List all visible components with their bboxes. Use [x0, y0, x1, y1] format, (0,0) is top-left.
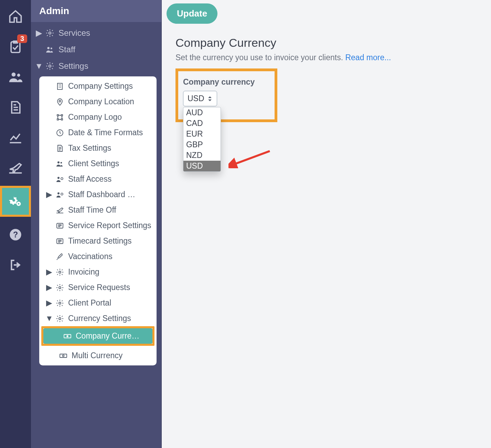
tree-label: Settings — [58, 61, 88, 71]
svg-point-22 — [61, 178, 63, 180]
currency-option[interactable]: CAD — [183, 118, 221, 129]
currency-option[interactable]: NZD — [183, 150, 221, 161]
logout-icon — [9, 258, 22, 272]
item-company-settings[interactable]: Company Settings — [39, 78, 157, 94]
svg-rect-12 — [57, 83, 62, 89]
nav-help[interactable]: ? — [5, 224, 26, 245]
svg-rect-33 — [60, 354, 67, 358]
currency-selected: USD — [188, 94, 204, 103]
main: Update Company Currency Set the currency… — [162, 0, 491, 448]
nav-reports[interactable] — [5, 127, 26, 148]
list-icon — [56, 222, 64, 230]
item-currency-settings[interactable]: ▼ Currency Settings — [39, 311, 157, 326]
tasks-badge: 3 — [17, 34, 27, 43]
item-label: Currency Settings — [68, 314, 131, 323]
svg-rect-15 — [61, 115, 63, 116]
sort-icon — [207, 95, 213, 102]
help-icon: ? — [9, 228, 22, 242]
svg-rect-16 — [57, 119, 58, 120]
item-company-currency[interactable]: Company Curren... — [43, 328, 152, 344]
svg-point-28 — [59, 287, 61, 289]
item-label: Client Settings — [68, 159, 119, 168]
svg-text:?: ? — [13, 230, 18, 239]
item-company-location[interactable]: Company Location — [39, 94, 157, 109]
item-client-settings[interactable]: Client Settings — [39, 156, 157, 171]
gear-icon — [45, 29, 54, 38]
item-date-time[interactable]: Date & Time Formats — [39, 125, 157, 140]
item-invoicing[interactable]: ▶ Invoicing — [39, 264, 157, 280]
page-subtitle: Set the currency you use to invoice your… — [175, 53, 477, 62]
item-multi-currency[interactable]: Multi Currency — [39, 348, 157, 363]
sidepanel: Admin ▶ Services Staff ▼ Settings Compan… — [31, 0, 162, 448]
item-timecard[interactable]: Timecard Settings — [39, 233, 157, 249]
item-tax-settings[interactable]: Tax Settings — [39, 140, 157, 156]
item-label: Company Location — [68, 97, 134, 106]
item-company-logo[interactable]: Company Logo — [39, 109, 157, 125]
item-label: Invoicing — [68, 267, 99, 277]
item-label: Company Curren... — [76, 331, 141, 341]
annotation-arrow — [228, 149, 273, 170]
svg-point-8 — [49, 32, 51, 34]
svg-point-32 — [67, 335, 68, 337]
syringe-icon — [56, 253, 64, 261]
svg-point-23 — [57, 192, 60, 194]
page-title: Company Currency — [175, 36, 477, 50]
tree-settings[interactable]: ▼ Settings — [31, 58, 161, 74]
money-bill-icon — [63, 332, 72, 340]
currency-select[interactable]: USD — [183, 91, 217, 106]
svg-rect-14 — [57, 115, 58, 116]
item-label: Multi Currency — [72, 351, 122, 360]
nav-logout[interactable] — [5, 255, 26, 275]
currency-option[interactable]: AUD — [183, 107, 221, 118]
item-staff-time-off[interactable]: Staff Time Off — [39, 202, 157, 218]
gear-icon — [45, 62, 54, 71]
nav-docs[interactable] — [5, 97, 26, 118]
svg-point-2 — [17, 74, 20, 77]
item-client-portal[interactable]: ▶ Client Portal — [39, 295, 157, 311]
gear-icon — [56, 299, 64, 307]
chart-line-icon — [8, 130, 23, 145]
svg-point-9 — [47, 47, 50, 49]
vector-square-icon — [56, 113, 64, 121]
svg-point-19 — [57, 161, 60, 163]
item-label: Staff Access — [68, 174, 111, 184]
caret-right-icon: ▶ — [36, 28, 41, 38]
building-icon — [56, 82, 64, 90]
users-cog-icon — [56, 191, 64, 199]
item-label: Date & Time Formats — [68, 128, 143, 137]
tree-staff[interactable]: Staff — [31, 41, 161, 58]
nav-tasks[interactable]: 3 — [5, 36, 26, 57]
currency-option[interactable]: EUR — [183, 129, 221, 139]
svg-point-20 — [61, 162, 62, 163]
svg-point-10 — [51, 47, 52, 49]
home-icon — [8, 9, 23, 24]
document-icon — [8, 100, 23, 115]
nav-timeoff[interactable] — [5, 158, 26, 178]
caret-right-icon: ▶ — [47, 190, 52, 199]
nav-users[interactable] — [5, 67, 26, 87]
item-service-report[interactable]: Service Report Settings — [39, 218, 157, 233]
item-label: Client Portal — [68, 298, 111, 308]
svg-point-11 — [49, 65, 51, 67]
tree-services[interactable]: ▶ Services — [31, 25, 161, 41]
item-label: Company Logo — [68, 113, 122, 122]
item-vaccinations[interactable]: Vaccinations — [39, 249, 157, 264]
users-icon — [45, 45, 54, 54]
update-button[interactable]: Update — [167, 3, 217, 24]
plane-departure-icon — [8, 160, 23, 175]
highlight-company-currency: Company Curren... — [41, 326, 154, 346]
item-label: Staff Dashboard & M... — [68, 190, 137, 199]
svg-point-1 — [12, 73, 16, 77]
read-more-link[interactable]: Read more... — [345, 53, 391, 62]
nav-admin[interactable] — [0, 186, 31, 217]
gear-icon — [56, 268, 64, 276]
currency-option-selected[interactable]: USD — [183, 161, 221, 171]
svg-point-13 — [59, 100, 61, 102]
item-service-requests[interactable]: ▶ Service Requests — [39, 280, 157, 295]
item-staff-dashboard[interactable]: ▶ Staff Dashboard & M... — [39, 187, 157, 202]
map-pin-icon — [56, 98, 64, 106]
item-staff-access[interactable]: Staff Access — [39, 171, 157, 187]
nav-home[interactable] — [5, 6, 26, 27]
currency-option[interactable]: GBP — [183, 139, 221, 150]
users-icon — [56, 160, 64, 168]
